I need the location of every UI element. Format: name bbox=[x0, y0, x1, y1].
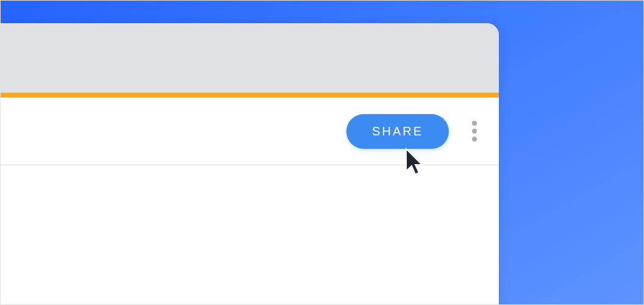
app-window: SHARE bbox=[0, 23, 499, 305]
dot bbox=[472, 121, 477, 126]
more-menu-icon[interactable] bbox=[467, 116, 482, 146]
share-button[interactable]: SHARE bbox=[346, 114, 449, 149]
accent-divider bbox=[0, 93, 499, 98]
dot bbox=[472, 129, 477, 134]
toolbar: SHARE bbox=[0, 98, 499, 165]
dot bbox=[472, 137, 477, 142]
window-titlebar bbox=[0, 23, 499, 93]
